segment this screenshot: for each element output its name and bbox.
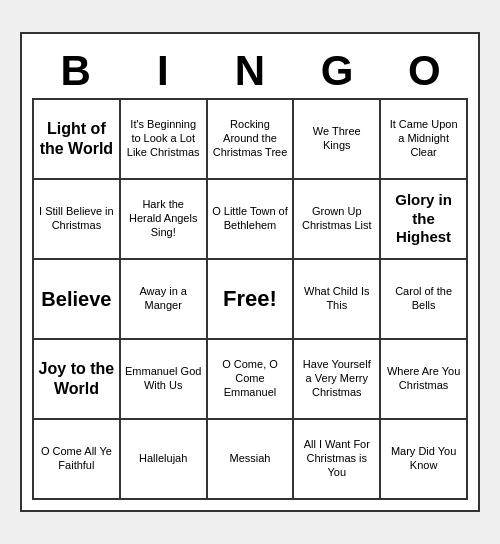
bingo-cell-r2c2[interactable]: Free! <box>208 260 295 340</box>
bingo-cell-r4c3[interactable]: All I Want For Christmas is You <box>294 420 381 500</box>
bingo-cell-r0c2[interactable]: Rocking Around the Christmas Tree <box>208 100 295 180</box>
bingo-cell-r4c1[interactable]: Hallelujah <box>121 420 208 500</box>
bingo-cell-r2c1[interactable]: Away in a Manger <box>121 260 208 340</box>
bingo-cell-r4c2[interactable]: Messiah <box>208 420 295 500</box>
letter-i: I <box>119 44 206 98</box>
bingo-cell-r0c0[interactable]: Light of the World <box>34 100 121 180</box>
bingo-cell-r3c3[interactable]: Have Yourself a Very Merry Christmas <box>294 340 381 420</box>
bingo-cell-r0c3[interactable]: We Three Kings <box>294 100 381 180</box>
bingo-cell-r4c4[interactable]: Mary Did You Know <box>381 420 468 500</box>
bingo-cell-r0c4[interactable]: It Came Upon a Midnight Clear <box>381 100 468 180</box>
bingo-header: B I N G O <box>32 44 468 98</box>
bingo-cell-r1c2[interactable]: O Little Town of Bethlehem <box>208 180 295 260</box>
bingo-cell-r4c0[interactable]: O Come All Ye Faithful <box>34 420 121 500</box>
bingo-cell-r3c4[interactable]: Where Are You Christmas <box>381 340 468 420</box>
letter-b: B <box>32 44 119 98</box>
bingo-cell-r2c0[interactable]: Believe <box>34 260 121 340</box>
bingo-cell-r3c1[interactable]: Emmanuel God With Us <box>121 340 208 420</box>
bingo-cell-r1c3[interactable]: Grown Up Christmas List <box>294 180 381 260</box>
bingo-cell-r3c0[interactable]: Joy to the World <box>34 340 121 420</box>
letter-o: O <box>381 44 468 98</box>
letter-n: N <box>206 44 293 98</box>
bingo-card: B I N G O Light of the WorldIt's Beginni… <box>20 32 480 512</box>
bingo-cell-r3c2[interactable]: O Come, O Come Emmanuel <box>208 340 295 420</box>
bingo-cell-r2c4[interactable]: Carol of the Bells <box>381 260 468 340</box>
bingo-cell-r1c0[interactable]: I Still Believe in Christmas <box>34 180 121 260</box>
bingo-grid: Light of the WorldIt's Beginning to Look… <box>32 98 468 500</box>
bingo-cell-r1c4[interactable]: Glory in the Highest <box>381 180 468 260</box>
letter-g: G <box>294 44 381 98</box>
bingo-cell-r2c3[interactable]: What Child Is This <box>294 260 381 340</box>
bingo-cell-r0c1[interactable]: It's Beginning to Look a Lot Like Christ… <box>121 100 208 180</box>
bingo-cell-r1c1[interactable]: Hark the Herald Angels Sing! <box>121 180 208 260</box>
